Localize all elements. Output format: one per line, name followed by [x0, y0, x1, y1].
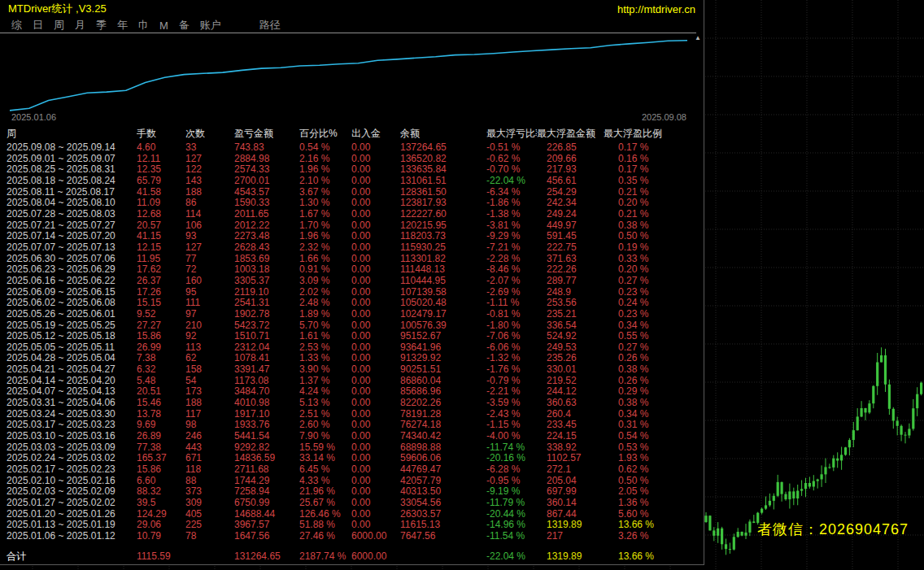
menu-item-9[interactable]: 备: [179, 18, 190, 33]
website-link[interactable]: http://mtdriver.cn: [617, 3, 695, 15]
cell: 338.92: [547, 442, 577, 454]
table-row[interactable]: 2025.06.02 ~ 2025.06.0815.151112541.312.…: [0, 298, 704, 309]
table-row[interactable]: 2025.02.10 ~ 2025.02.166.60881744.294.33…: [0, 476, 704, 487]
table-row[interactable]: 2025.05.05 ~ 2025.05.1126.991132312.042.…: [0, 342, 704, 354]
cell: 78191.28: [400, 409, 441, 420]
table-row[interactable]: 2025.07.14 ~ 2025.07.2041.15932273.481.9…: [0, 231, 704, 242]
table-row[interactable]: 2025.05.12 ~ 2025.05.1815.86921510.711.6…: [0, 331, 704, 342]
table-row[interactable]: 2025.07.28 ~ 2025.08.0312.681142011.651.…: [0, 209, 704, 220]
table-row[interactable]: 2025.08.04 ~ 2025.08.1011.09861590.331.3…: [0, 198, 704, 209]
table-row[interactable]: 2025.03.10 ~ 2025.03.1626.892465441.547.…: [0, 431, 704, 442]
table-row[interactable]: 2025.03.31 ~ 2025.04.0615.461884010.985.…: [0, 398, 704, 409]
cell: 2025.05.26 ~ 2025.06.01: [7, 309, 116, 320]
table-row[interactable]: 2025.09.01 ~ 2025.09.0712.111272884.982.…: [0, 154, 704, 165]
cell: 2025.06.23 ~ 2025.06.29: [7, 264, 116, 276]
menu-item-10[interactable]: 账户: [200, 18, 221, 33]
table-row[interactable]: 2025.02.17 ~ 2025.02.2315.861182711.686.…: [0, 464, 704, 476]
cell: 205.04: [547, 476, 577, 487]
cell: 1003.18: [234, 264, 269, 276]
cell: 127: [185, 242, 202, 254]
cell: 12.15: [137, 242, 161, 254]
table-row[interactable]: 2025.01.06 ~ 2025.01.1210.79781647.5627.…: [0, 531, 704, 542]
title-bar[interactable]: MTDriver统计 ,V3.25 http://mtdriver.cn: [0, 0, 704, 18]
cell: 1.61 %: [299, 331, 329, 342]
table-row[interactable]: 2025.06.30 ~ 2025.07.0611.95771853.691.6…: [0, 254, 704, 265]
cell: -1.11 %: [486, 298, 519, 309]
table-row[interactable]: 2025.01.13 ~ 2025.01.1929.062253967.5751…: [0, 520, 704, 531]
table-row[interactable]: 2025.06.09 ~ 2025.06.1517.26952119.102.0…: [0, 287, 704, 298]
table-row[interactable]: 2025.02.03 ~ 2025.02.0988.323737258.9421…: [0, 486, 704, 498]
cell: 0.50 %: [618, 231, 648, 242]
cell: 2012.22: [234, 220, 269, 232]
cell: 123817.93: [400, 198, 447, 209]
cell: 2.32 %: [299, 242, 329, 254]
cell: 2025.02.24 ~ 2025.03.02: [7, 453, 116, 464]
table-row[interactable]: 2025.08.11 ~ 2025.08.1741.581884543.573.…: [0, 187, 704, 198]
cell: 217.93: [547, 164, 577, 176]
menu-item-3[interactable]: 周: [54, 18, 64, 33]
table-row[interactable]: 2025.04.14 ~ 2025.04.205.48541173.081.37…: [0, 376, 704, 387]
table-row[interactable]: 2025.02.24 ~ 2025.03.02165.3767114836.59…: [0, 453, 704, 464]
cell: 289.77: [547, 276, 577, 287]
table-row[interactable]: 2025.03.17 ~ 2025.03.239.69981933.762.60…: [0, 420, 704, 431]
table-row[interactable]: 2025.05.26 ~ 2025.06.019.52971902.781.89…: [0, 309, 704, 320]
column-header: 余额: [400, 127, 482, 141]
cell: 86860.04: [400, 376, 441, 387]
column-header: 最大浮盈金额: [537, 127, 602, 141]
cell: 2025.02.03 ~ 2025.02.09: [7, 486, 116, 498]
menu-item-5[interactable]: 季: [96, 18, 107, 33]
table-row[interactable]: 2025.09.08 ~ 2025.09.144.6033743.830.54 …: [0, 142, 704, 154]
cell: 33.14 %: [299, 453, 335, 464]
table-row[interactable]: 2025.07.21 ~ 2025.07.2720.571062012.221.…: [0, 220, 704, 232]
menu-item-1[interactable]: 综: [11, 18, 22, 33]
cell: 110444.95: [400, 276, 446, 287]
table-row[interactable]: 2025.08.18 ~ 2025.08.2465.791432700.012.…: [0, 176, 704, 187]
cell: 0.00: [351, 231, 370, 242]
cell: 0.00: [351, 287, 370, 298]
table-row[interactable]: 2025.06.16 ~ 2025.06.2226.371603305.373.…: [0, 276, 704, 287]
menu-item-4[interactable]: 月: [75, 18, 85, 33]
cell: 1590.33: [234, 198, 269, 209]
menu-item-11[interactable]: 路径: [259, 18, 281, 33]
table-row[interactable]: 2025.03.03 ~ 2025.03.0977.384439292.8215…: [0, 442, 704, 454]
menu-item-2[interactable]: 日: [33, 18, 43, 33]
column-header: 出入金: [351, 127, 396, 141]
table-row[interactable]: 2025.01.20 ~ 2025.01.26124.2940514688.44…: [0, 509, 704, 520]
column-header: 最大浮亏比率: [486, 127, 537, 141]
cell: 143: [185, 176, 202, 187]
table-row[interactable]: 2025.01.27 ~ 2025.02.0239.53096750.9925.…: [0, 498, 704, 509]
cell: 2541.31: [234, 298, 269, 309]
cell: 2.02 %: [299, 287, 329, 298]
table-row[interactable]: 2025.04.21 ~ 2025.04.276.321583391.473.9…: [0, 364, 704, 376]
cell: -11.79 %: [486, 498, 525, 509]
table-row[interactable]: 2025.07.07 ~ 2025.07.1312.151272628.432.…: [0, 242, 704, 254]
menu-item-7[interactable]: 巾: [138, 18, 149, 33]
cell: 6.60: [137, 476, 155, 487]
cell: 0.21 %: [618, 209, 648, 220]
cell: 1102.57: [547, 453, 582, 464]
cell: -6.34 %: [486, 187, 520, 198]
cell: -4.00 %: [486, 431, 520, 442]
cell: 0.00: [351, 220, 370, 232]
table-row[interactable]: 2025.06.23 ~ 2025.06.2917.62721003.180.9…: [0, 264, 704, 276]
cell: 0.00: [351, 331, 370, 342]
cell: 0.16 %: [618, 154, 648, 165]
cell: -2.28 %: [486, 254, 520, 265]
table-row[interactable]: 2025.08.25 ~ 2025.08.3112.351222574.331.…: [0, 164, 704, 176]
table-row[interactable]: 2025.05.19 ~ 2025.05.2527.272105423.725.…: [0, 320, 704, 332]
cell: 1.70 %: [299, 220, 329, 232]
scroll-up-arrow-icon[interactable]: ▲: [695, 34, 701, 41]
cell: 0.00: [351, 409, 370, 420]
table-row[interactable]: 2025.04.28 ~ 2025.05.047.38621078.411.33…: [0, 353, 704, 364]
menu-item-8[interactable]: M: [159, 20, 168, 32]
cell: 210: [185, 320, 202, 332]
total-row[interactable]: 合计1115.59131264.652187.74 %6000.00-22.04…: [0, 550, 704, 562]
table-row[interactable]: 2025.03.24 ~ 2025.03.3013.781171917.102.…: [0, 409, 704, 420]
cell: 12.11: [137, 154, 160, 165]
menu-item-6[interactable]: 年: [117, 18, 128, 33]
cell: 1078.41: [234, 353, 269, 364]
cell: 2628.43: [234, 242, 269, 254]
table-row[interactable]: 2025.04.07 ~ 2025.04.1320.511733484.704.…: [0, 386, 704, 398]
cell: 2312.04: [234, 342, 269, 354]
cell: 2.48 %: [299, 298, 329, 309]
